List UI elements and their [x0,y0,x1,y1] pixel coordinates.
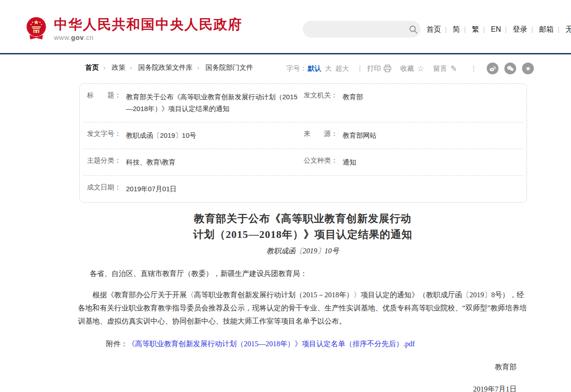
breadcrumb-policy-library[interactable]: 国务院政策文件库 [138,63,193,71]
salutation: 各省、自治区、直辖市教育厅（教委），新疆生产建设兵团教育局： [90,267,527,280]
nav-link-traditional[interactable]: 繁 [472,25,479,33]
chevron-right-icon: › [197,64,199,71]
search-icon[interactable] [406,25,421,34]
nav-link-home[interactable]: 首页 [426,25,441,33]
site-url: www.gov.cn [54,34,242,41]
article-toolbar: 字号： 默认 大 超大 | 打印 收藏 ☆ 留言 ✎ | [286,63,534,74]
print-label: 打印 [367,64,381,73]
breadcrumb-home[interactable]: 首页 [85,63,99,71]
divider: | [483,26,485,33]
meta-value-written-date: 2019年07月01日 [126,183,177,195]
print-button[interactable]: 打印 [367,64,392,73]
font-size-xlarge-button[interactable]: 超大 [335,64,349,73]
comment-label: 留言 [433,64,447,73]
table-row: 成文日期： 2019年07月01日 [83,176,523,202]
comment-button[interactable]: 留言 ✎ [433,64,458,73]
divider: | [473,64,474,73]
article: 教育部关于公布《高等职业教育创新发展行动 计划（2015—2018年）》项目认定… [78,211,527,392]
national-emblem-icon [25,16,48,42]
attachment-line: 附件：《高等职业教育创新发展行动计划（2015—2018年）》项目认定名单（排序… [106,337,527,350]
meta-value-title: 教育部关于公布《高等职业教育创新发展行动计划（2015—2018年）》项目认定结… [126,91,299,115]
title-line-1: 教育部关于公布《高等职业教育创新发展行动 [78,211,527,227]
breadcrumb-policy[interactable]: 政策 [112,63,126,71]
header-nav: 首页| 简| 繁| EN| 登录| 邮箱| 无障碍 [426,25,571,34]
star-icon: ☆ [416,64,425,73]
signature-block: 教育部 2019年7月1日 [78,360,527,392]
meta-value-doc-type: 通知 [343,156,356,168]
pencil-icon: ✎ [449,64,458,73]
meta-value-topic-category: 科技、教育\教育 [126,156,175,168]
printer-icon [383,64,392,73]
site-title: 中华人民共和国中央人民政府 [54,17,242,32]
divider: | [464,26,466,33]
divider: | [445,26,447,33]
nav-link-login[interactable]: 登录 [513,25,527,33]
meta-value-doc-number: 教职成函〔2019〕10号 [126,130,196,141]
meta-value-issuing-agency: 教育部 [343,91,363,115]
favorite-label: 收藏 [400,64,414,73]
attachment-label: 附件： [106,340,128,348]
document-body: 各省、自治区、直辖市教育厅（教委），新疆生产建设兵团教育局： 根据《教育部办公厅… [78,267,527,392]
chevron-right-icon: › [130,64,132,71]
qzone-icon[interactable]: ★ [522,63,534,74]
search-box[interactable] [303,21,421,38]
meta-label-topic-category: 主题分类： [87,156,126,168]
title-line-2: 计划（2015—2018年）》项目认定结果的通知 [78,227,527,242]
nav-link-english[interactable]: EN [491,25,501,33]
favorite-button[interactable]: 收藏 ☆ [400,64,425,73]
chevron-right-icon: › [103,64,105,71]
weibo-icon[interactable] [487,63,498,74]
breadcrumb-department-docs[interactable]: 国务院部门文件 [206,63,253,71]
font-size-default-button[interactable]: 默认 [308,64,321,73]
signer-name: 教育部 [78,360,517,373]
header-divider [0,53,571,54]
nav-link-accessibility[interactable]: 无障碍 [566,25,571,33]
site-header: 中华人民共和国中央人民政府 www.gov.cn 首页| 简| 繁| EN| 登… [0,0,571,53]
qzone-star-glyph: ★ [525,65,531,72]
divider: | [359,64,361,73]
table-row: 发文字号： 教职成函〔2019〕10号 来 源： 教育部网站 [83,122,523,149]
document-number: 教职成函〔2019〕10号 [78,247,527,256]
attachment-pdf-link[interactable]: 《高等职业教育创新发展行动计划（2015—2018年）》项目认定名单（排序不分先… [128,340,415,348]
page-title: 教育部关于公布《高等职业教育创新发展行动 计划（2015—2018年）》项目认定… [78,211,527,242]
site-logo[interactable]: 中华人民共和国中央人民政府 www.gov.cn [25,16,242,42]
meta-value-source: 教育部网站 [343,130,377,141]
search-input[interactable] [303,21,406,38]
divider: | [558,26,560,33]
meta-label-doc-number: 发文字号： [87,130,126,141]
divider: | [532,26,533,33]
nav-link-mail[interactable]: 邮箱 [539,25,554,33]
table-row: 标 题： 教育部关于公布《高等职业教育创新发展行动计划（2015—2018年）》… [83,84,523,122]
breadcrumb: 首页› 政策› 国务院政策文件库› 国务院部门文件 [85,63,253,72]
font-size-large-button[interactable]: 大 [325,64,332,73]
meta-label-source: 来 源： [304,130,343,141]
divider: | [505,26,507,33]
meta-label-doc-type: 公文种类： [304,156,343,168]
table-row: 主题分类： 科技、教育\教育 公文种类： 通知 [83,149,523,176]
wechat-icon[interactable] [504,63,516,74]
meta-label-title: 标 题： [87,91,126,115]
share-buttons: ★ [481,63,534,74]
meta-label-issuing-agency: 发文机关： [304,91,343,115]
nav-link-simplified[interactable]: 简 [453,25,460,33]
document-meta-table: 标 题： 教育部关于公布《高等职业教育创新发展行动计划（2015—2018年）》… [79,83,527,203]
meta-label-written-date: 成文日期： [87,183,126,195]
body-paragraph: 根据《教育部办公厅关于开展〈高等职业教育创新发展行动计划（2015－2018年）… [78,288,527,328]
font-size-label: 字号： [286,64,307,73]
signature-date: 2019年7月1日 [78,382,517,392]
